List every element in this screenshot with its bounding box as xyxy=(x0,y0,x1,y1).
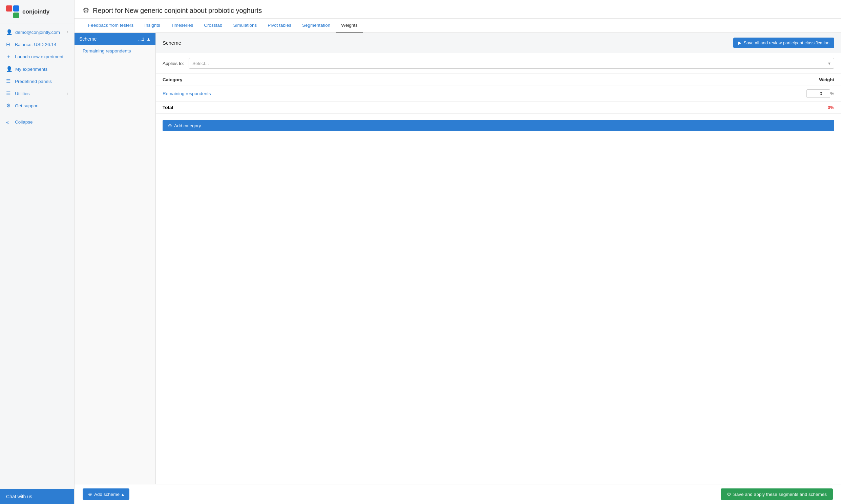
add-scheme-label: Add scheme xyxy=(94,492,120,497)
sidebar: conjointly 👤 demo@conjointly.com ‹ ⊟ Bal… xyxy=(0,0,74,504)
tab-segmentation[interactable]: Segmentation xyxy=(297,19,336,33)
sidebar-balance: Balance: USD 26.14 xyxy=(15,42,56,47)
sidebar-item-launch[interactable]: ＋ Launch new experiment xyxy=(0,50,74,63)
add-category-label: Add category xyxy=(174,123,201,128)
tab-crosstab[interactable]: Crosstab xyxy=(198,19,228,33)
footer: ⊕ Add scheme ▴ ⚙ Save and apply these se… xyxy=(74,484,841,504)
percent-symbol: % xyxy=(830,91,834,96)
sidebar-divider xyxy=(0,114,74,114)
tab-feedback[interactable]: Feedback from testers xyxy=(83,19,139,33)
content-area: Scheme ...1 ▲ Remaining respondents Sche… xyxy=(74,33,841,484)
applies-select-placeholder: Select... xyxy=(192,61,209,66)
sidebar-my-experiments: My experiments xyxy=(15,67,48,72)
panels-icon: ☰ xyxy=(6,78,12,84)
tab-insights[interactable]: Insights xyxy=(139,19,165,33)
sidebar-item-get-support[interactable]: ⚙ Get support xyxy=(0,100,74,112)
sidebar-nav: 👤 demo@conjointly.com ‹ ⊟ Balance: USD 2… xyxy=(0,23,74,489)
utilities-chevron-icon: ‹ xyxy=(67,91,68,96)
main: ⚙ Report for New generic conjoint about … xyxy=(74,0,841,504)
chevron-icon: ‹ xyxy=(67,30,68,35)
sidebar-item-user[interactable]: 👤 demo@conjointly.com ‹ xyxy=(0,26,74,38)
sidebar-item-balance[interactable]: ⊟ Balance: USD 26.14 xyxy=(0,38,74,50)
scheme-label: Scheme xyxy=(79,36,97,42)
chevron-up-icon: ▲ xyxy=(146,37,151,42)
scheme-detail-header: Scheme ▶ Save all and review participant… xyxy=(156,33,841,53)
weight-table: Category Weight Remaining respondents% T… xyxy=(156,74,841,114)
logo-icon xyxy=(6,5,19,18)
utilities-icon: ☰ xyxy=(6,90,12,96)
table-row: Remaining respondents% xyxy=(156,86,841,102)
scheme-list-panel: Scheme ...1 ▲ Remaining respondents xyxy=(74,33,156,484)
logo-area: conjointly xyxy=(0,0,74,23)
save-classify-button[interactable]: ▶ Save all and review participant classi… xyxy=(733,38,834,48)
sidebar-utilities: Utilities xyxy=(15,91,30,96)
weight-input[interactable] xyxy=(806,89,830,98)
tab-timeseries[interactable]: Timeseries xyxy=(165,19,199,33)
scheme-sub-item-remaining[interactable]: Remaining respondents xyxy=(74,45,156,57)
logo-text: conjointly xyxy=(22,8,50,15)
scheme-detail-panel: Scheme ▶ Save all and review participant… xyxy=(156,33,841,484)
sidebar-get-support: Get support xyxy=(15,103,39,108)
sidebar-user-email: demo@conjointly.com xyxy=(15,30,60,35)
scheme-detail-title: Scheme xyxy=(162,40,181,46)
category-cell[interactable]: Remaining respondents xyxy=(156,86,567,102)
collapse-icon: « xyxy=(6,119,12,125)
support-icon: ⚙ xyxy=(6,103,12,109)
applies-select[interactable]: Select... ▾ xyxy=(189,58,834,69)
page-header: ⚙ Report for New generic conjoint about … xyxy=(74,0,841,19)
sidebar-item-my-experiments[interactable]: 👤 My experiments xyxy=(0,63,74,75)
scheme-number: ...1 xyxy=(138,37,144,42)
user-icon: 👤 xyxy=(6,29,13,35)
save-apply-label: Save and apply these segments and scheme… xyxy=(733,492,827,497)
tab-simulations[interactable]: Simulations xyxy=(228,19,262,33)
col-weight: Weight xyxy=(567,74,841,86)
add-scheme-icon: ⊕ xyxy=(88,491,92,497)
logo-sq-green xyxy=(13,13,19,19)
page-title: Report for New generic conjoint about pr… xyxy=(93,7,262,15)
save-apply-button[interactable]: ⚙ Save and apply these segments and sche… xyxy=(721,488,833,500)
save-apply-icon: ⚙ xyxy=(727,491,731,497)
scheme-header-right: ...1 ▲ xyxy=(138,37,151,42)
total-label: Total xyxy=(156,102,567,114)
logo-sq-red xyxy=(6,5,12,12)
balance-icon: ⊟ xyxy=(6,41,12,48)
sidebar-item-predefined-panels[interactable]: ☰ Predefined panels xyxy=(0,75,74,87)
sidebar-bottom: Chat with us xyxy=(0,489,74,504)
save-classify-icon: ▶ xyxy=(738,40,741,46)
add-category-button[interactable]: ⊕ Add category xyxy=(162,120,834,131)
dropdown-arrow-icon: ▾ xyxy=(828,60,830,66)
tab-weights[interactable]: Weights xyxy=(336,19,363,33)
logo-sq-empty xyxy=(6,13,12,19)
total-value: 0% xyxy=(827,105,834,110)
sidebar-collapse: Collapse xyxy=(15,120,33,125)
sidebar-item-collapse[interactable]: « Collapse xyxy=(0,116,74,128)
add-category-icon: ⊕ xyxy=(168,123,172,128)
add-scheme-arrow-icon: ▴ xyxy=(122,491,124,497)
logo-sq-blue xyxy=(13,5,19,12)
tab-pivot[interactable]: Pivot tables xyxy=(262,19,297,33)
sidebar-item-utilities[interactable]: ☰ Utilities ‹ xyxy=(0,87,74,100)
weight-cell: % xyxy=(567,86,841,102)
chat-button[interactable]: Chat with us xyxy=(0,489,74,504)
sidebar-launch-label: Launch new experiment xyxy=(15,54,63,59)
tab-bar: Feedback from testersInsightsTimeseriesC… xyxy=(74,19,841,33)
add-scheme-button[interactable]: ⊕ Add scheme ▴ xyxy=(83,488,129,500)
remaining-respondents-label: Remaining respondents xyxy=(83,49,131,53)
scheme-header[interactable]: Scheme ...1 ▲ xyxy=(74,33,156,45)
save-classify-label: Save all and review participant classifi… xyxy=(743,40,829,46)
sidebar-predefined-panels: Predefined panels xyxy=(15,79,52,84)
applies-row: Applies to: Select... ▾ xyxy=(156,53,841,74)
experiments-icon: 👤 xyxy=(6,66,13,72)
plus-icon: ＋ xyxy=(6,53,12,60)
report-icon: ⚙ xyxy=(83,6,89,15)
col-category: Category xyxy=(156,74,567,86)
applies-label: Applies to: xyxy=(162,61,184,66)
